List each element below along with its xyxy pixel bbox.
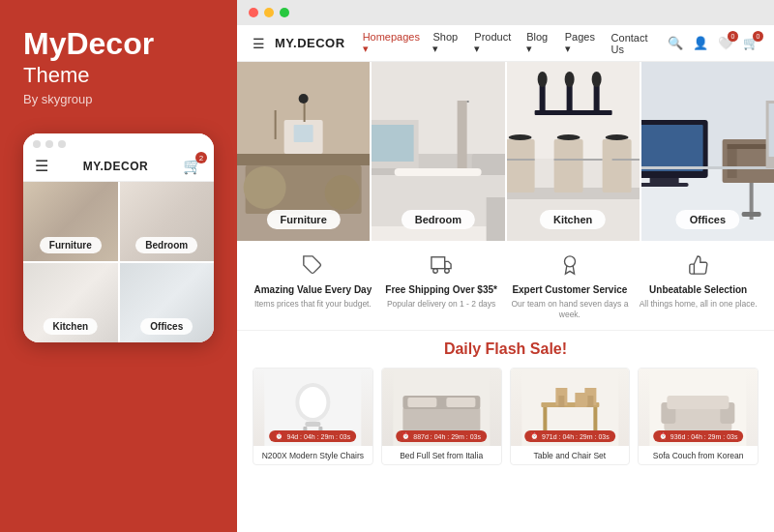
svg-rect-2 [237,154,370,165]
account-icon[interactable]: 👤 [693,36,708,50]
svg-rect-26 [507,139,535,192]
category-kitchen[interactable]: Kitchen [507,62,640,241]
nav-link-homepages[interactable]: Homepages ▾ [363,31,422,55]
mobile-cart-badge: 2 [195,152,207,163]
svg-rect-73 [446,398,475,407]
cart-icon[interactable]: 🛒 0 [743,36,759,50]
product-name-1: Bed Full Set from Italia [382,446,501,464]
browser-chrome [237,0,774,25]
browser-dot-green[interactable] [280,8,289,17]
feature-shipping-title: Free Shipping Over $35* [385,284,497,295]
category-offices[interactable]: Offices [641,62,774,241]
mobile-cell-bedroom[interactable]: Bedroom [120,182,215,261]
svg-rect-9 [275,110,277,139]
svg-rect-65 [305,422,320,427]
mobile-hamburger-icon[interactable]: ☰ [35,157,48,175]
mobile-label-offices: Offices [140,318,193,335]
svg-point-60 [433,269,438,274]
feature-value: Amazing Value Every Day Items prices tha… [253,254,373,320]
product-name-2: Table and Chair Set [511,446,630,464]
mobile-window-dots [23,133,214,153]
mobile-mockup: ☰ MY.DECOR 🛒 2 Furniture Bedroom Kitchen [23,133,214,342]
mobile-category-grid: Furniture Bedroom Kitchen Offices [23,182,214,342]
svg-rect-53 [741,212,760,217]
nav-logo: MY.DECOR [275,36,345,50]
timer-badge-0: ⏰ 94d : 04h : 29m : 03s [269,430,356,442]
mobile-dot-3 [58,140,66,148]
category-label-furniture: Furniture [266,210,340,229]
product-name-3: Sofa Couch from Korean [639,446,758,464]
wishlist-badge: 0 [728,31,738,42]
timer-badge-3: ⏰ 936d : 04h : 29m : 03s [653,430,744,442]
svg-rect-56 [768,103,774,157]
svg-rect-35 [534,110,611,115]
category-furniture[interactable]: Furniture [237,62,370,241]
svg-rect-19 [372,125,414,162]
svg-point-5 [325,175,360,210]
product-card-1[interactable]: ⏰ 887d : 04h : 29m : 03s Bed Full Set fr… [381,368,502,465]
nav-links: Homepages ▾ Shop ▾ Product ▾ Blog ▾ Page… [363,31,658,55]
category-label-kitchen: Kitchen [540,210,606,229]
nav-link-product[interactable]: Product ▾ [474,31,515,55]
cart-badge: 0 [753,31,763,42]
mobile-header: ☰ MY.DECOR 🛒 2 [23,153,214,182]
mobile-cell-offices[interactable]: Offices [120,263,215,342]
svg-point-10 [299,94,309,103]
product-card-2[interactable]: ⏰ 971d : 04h : 29m : 03s Table and Chair… [510,368,631,465]
browser-dot-yellow[interactable] [264,8,274,17]
svg-rect-22 [487,197,505,241]
website-content: ☰ MY.DECOR Homepages ▾ Shop ▾ Product ▾ … [237,25,774,532]
features-row: Amazing Value Every Day Items prices tha… [237,241,774,331]
wishlist-icon[interactable]: 🤍 0 [718,36,733,50]
svg-rect-89 [668,396,729,409]
svg-rect-72 [407,398,436,407]
svg-rect-58 [432,257,445,269]
feature-shipping-icon [431,254,452,281]
svg-rect-34 [611,159,640,161]
svg-rect-47 [641,183,689,187]
nav-link-shop[interactable]: Shop ▾ [432,31,462,55]
mobile-cell-furniture[interactable]: Furniture [23,182,118,261]
brand-subtitle: Theme [23,63,214,88]
feature-service-title: Expert Customer Service [512,284,627,295]
svg-point-68 [299,387,326,418]
browser-dot-red[interactable] [249,8,258,17]
svg-rect-79 [593,407,597,431]
nav-hamburger-icon[interactable]: ☰ [253,36,265,51]
svg-rect-49 [727,144,736,178]
svg-rect-84 [587,396,593,407]
feature-service-desc: Our team on hand seven days a week. [510,299,631,320]
product-name-0: N200X Modern Style Chairs [253,446,372,464]
right-panel: ☰ MY.DECOR Homepages ▾ Shop ▾ Product ▾ … [237,0,774,532]
feature-selection-icon [688,254,709,281]
svg-point-30 [556,134,580,140]
svg-point-61 [445,269,450,274]
nav-link-contact[interactable]: Contact Us [611,31,658,55]
product-card-3[interactable]: ⏰ 936d : 04h : 29m : 03s Sofa Couch from… [638,368,759,465]
brand-by: By skygroup [23,92,214,106]
svg-rect-78 [543,407,547,431]
svg-rect-8 [304,101,306,122]
nav-actions: 🔍 👤 🤍 0 🛒 0 [668,36,759,50]
nav-link-blog[interactable]: Blog ▾ [526,31,553,55]
product-card-0[interactable]: ⏰ 94d : 04h : 29m : 03s N200X Modern Sty… [253,368,373,465]
mobile-cell-kitchen[interactable]: Kitchen [23,263,118,342]
mobile-dot-1 [33,140,41,148]
category-bedroom[interactable]: Bedroom [372,62,504,241]
search-icon[interactable]: 🔍 [668,36,683,50]
svg-point-40 [564,72,574,87]
feature-selection: Unbeatable Selection All things home, al… [638,254,759,320]
timer-badge-2: ⏰ 971d : 04h : 29m : 03s [524,430,615,442]
mobile-label-furniture: Furniture [40,237,102,253]
feature-service-icon [559,254,580,281]
svg-rect-21 [467,101,469,103]
mobile-cart-icon[interactable]: 🛒 2 [183,157,202,175]
svg-rect-46 [649,178,678,183]
svg-rect-70 [402,407,480,431]
flash-sale-title: Daily Flash Sale! [253,340,759,358]
svg-marker-59 [445,261,451,268]
svg-point-29 [508,134,531,140]
svg-rect-32 [507,159,535,161]
feature-selection-title: Unbeatable Selection [649,284,747,295]
nav-link-pages[interactable]: Pages ▾ [565,31,600,55]
